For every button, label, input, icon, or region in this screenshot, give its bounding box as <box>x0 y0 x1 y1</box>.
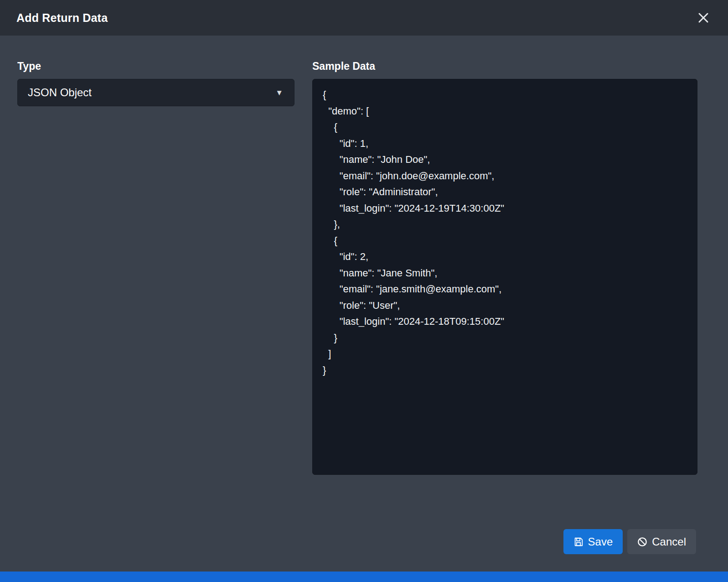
type-select-value: JSON Object <box>28 86 92 99</box>
type-select[interactable]: JSON Object ▼ <box>17 79 294 106</box>
sample-data-field-group: Sample Data { "demo": [ { "id": 1, "name… <box>312 60 697 475</box>
chevron-down-icon: ▼ <box>275 89 283 97</box>
cancel-button[interactable]: Cancel <box>627 529 696 554</box>
modal-title: Add Return Data <box>16 11 108 25</box>
modal-header: Add Return Data <box>0 0 728 36</box>
sample-data-input[interactable]: { "demo": [ { "id": 1, "name": "John Doe… <box>312 79 697 475</box>
save-button-label: Save <box>588 535 613 548</box>
save-button[interactable]: Save <box>563 529 623 554</box>
cancel-button-label: Cancel <box>652 535 686 548</box>
floppy-disk-icon <box>573 537 583 547</box>
close-icon-glyph <box>697 12 709 24</box>
sample-data-label: Sample Data <box>312 60 697 73</box>
modal-footer-actions: Save Cancel <box>563 529 696 554</box>
type-label: Type <box>17 60 294 73</box>
bottom-accent-bar <box>0 572 728 582</box>
add-return-data-modal: Add Return Data Type JSON Object ▼ Sampl… <box>0 0 728 582</box>
type-field-group: Type JSON Object ▼ <box>17 60 294 106</box>
prohibition-icon <box>637 537 647 547</box>
close-icon[interactable] <box>695 10 712 26</box>
